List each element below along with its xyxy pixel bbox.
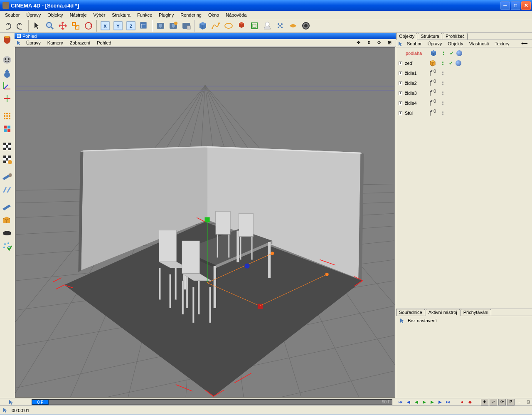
menu-upravy[interactable]: Úpravy xyxy=(23,12,44,18)
expand-icon[interactable]: + xyxy=(399,101,402,105)
tab-aktivni-nastroj[interactable]: Aktivní nástroj xyxy=(426,309,460,316)
model-tool[interactable] xyxy=(1,67,13,79)
timeline-marker[interactable]: 0 F xyxy=(32,400,49,405)
light-button[interactable] xyxy=(287,20,299,32)
edge-tool[interactable] xyxy=(1,123,13,135)
extrude-tool[interactable] xyxy=(1,201,13,213)
expand-icon[interactable]: + xyxy=(399,91,402,95)
expand-icon[interactable]: + xyxy=(399,62,402,65)
tag-sphere-icon[interactable] xyxy=(456,50,462,56)
bevel-tool[interactable] xyxy=(1,214,13,226)
tab-prichytavani[interactable]: Přichytávání xyxy=(461,309,492,316)
face-tool[interactable] xyxy=(1,54,13,66)
vp-pan-icon[interactable]: ✥ xyxy=(354,40,363,46)
obj-menu-objekty[interactable]: Objekty xyxy=(445,41,466,47)
menu-nastroje[interactable]: Nástroje xyxy=(66,12,90,18)
select-tool[interactable] xyxy=(31,20,43,32)
redo-button[interactable] xyxy=(15,20,26,32)
render-view-button[interactable] xyxy=(155,20,166,32)
play-back-button[interactable]: ▶ xyxy=(421,399,428,405)
obj-menu-vlastnosti[interactable]: Vlastnosti xyxy=(467,41,492,47)
object-axis-tool[interactable] xyxy=(1,92,13,105)
menu-napoveda[interactable]: Nápověda xyxy=(222,12,250,18)
apply-tool[interactable] xyxy=(1,240,13,252)
knife-tool[interactable] xyxy=(1,170,13,183)
obj-menu-textury[interactable]: Textury xyxy=(492,41,512,47)
goto-end-button[interactable]: ⏭ xyxy=(445,399,451,405)
vp-menu-upravy[interactable]: Úpravy xyxy=(24,40,43,46)
menu-vyber[interactable]: Výběr xyxy=(90,12,109,18)
camera-button[interactable] xyxy=(300,20,312,32)
render-picture-button[interactable] xyxy=(167,20,179,32)
deformer-button[interactable] xyxy=(249,20,260,32)
visibility-dots[interactable] xyxy=(439,91,446,95)
undo-button[interactable] xyxy=(2,20,13,32)
vp-zoom-icon[interactable]: ⇕ xyxy=(365,40,373,46)
next-key-button[interactable]: ▶ xyxy=(437,399,443,405)
tree-row[interactable]: +židle20 xyxy=(397,78,531,88)
visibility-dots[interactable] xyxy=(439,111,446,115)
axis-tool[interactable] xyxy=(1,79,13,92)
expand-icon[interactable]: + xyxy=(399,82,402,85)
key-scale-button[interactable]: ⤢ xyxy=(490,399,497,405)
visibility-dots[interactable] xyxy=(439,72,446,75)
y-axis-button[interactable]: Y xyxy=(112,20,124,32)
check-icon[interactable]: ✓ xyxy=(450,50,454,56)
check-icon[interactable]: ✓ xyxy=(449,60,453,66)
tree-row[interactable]: podlaha✓ xyxy=(397,48,531,58)
obj-menu-soubor[interactable]: Soubor xyxy=(404,41,424,47)
expand-icon[interactable]: + xyxy=(399,111,402,115)
tree-row[interactable]: +židle10 xyxy=(397,68,531,78)
panel-help-icon[interactable]: ⟵ xyxy=(519,40,530,47)
record-button[interactable]: ● xyxy=(459,399,466,405)
scene-button[interactable] xyxy=(261,20,273,32)
texture-tool[interactable] xyxy=(1,140,13,153)
stop-button[interactable]: ▶ xyxy=(429,399,436,405)
visibility-dots[interactable] xyxy=(439,101,446,105)
bridge-tool[interactable] xyxy=(1,183,13,196)
uvw-tool[interactable] xyxy=(1,153,13,166)
menu-objekty[interactable]: Objekty xyxy=(44,12,66,18)
tag-sphere-icon[interactable] xyxy=(456,60,461,66)
smooth-tool[interactable] xyxy=(1,227,13,239)
material-tool[interactable] xyxy=(1,34,13,46)
tab-objekty[interactable]: Objekty xyxy=(396,33,417,40)
prev-key-button[interactable]: ◀ xyxy=(413,399,420,405)
object-tree[interactable]: podlaha✓+zeď✓+židle10+židle20+židle30+ži… xyxy=(396,47,532,309)
key-selection-button[interactable]: ⊡ xyxy=(525,399,532,405)
tab-prohlizec[interactable]: Prohlížeč xyxy=(443,33,468,40)
scale-tool[interactable] xyxy=(70,20,81,32)
visibility-dots[interactable] xyxy=(439,82,446,85)
menu-soubor[interactable]: Soubor xyxy=(2,12,23,18)
menu-rendering[interactable]: Rendering xyxy=(177,12,205,18)
primitive-button[interactable] xyxy=(197,20,209,32)
obj-menu-upravy[interactable]: Úpravy xyxy=(425,41,444,47)
tree-row[interactable]: +židle40 xyxy=(397,98,531,108)
tree-row[interactable]: +zeď✓ xyxy=(397,58,531,68)
menu-struktura[interactable]: Struktura xyxy=(108,12,134,18)
menu-okno[interactable]: Okno xyxy=(205,12,222,18)
timeline-track[interactable]: 0 F 90 F xyxy=(32,399,392,405)
key-param-button[interactable]: P xyxy=(507,399,515,405)
vp-layout-icon[interactable]: ⊞ xyxy=(385,40,394,46)
close-button[interactable]: ✕ xyxy=(521,1,531,10)
tree-row[interactable]: +židle30 xyxy=(397,88,531,98)
array-button[interactable] xyxy=(236,20,247,32)
tab-struktura[interactable]: Struktura xyxy=(418,33,442,40)
vp-menu-zobrazeni[interactable]: Zobrazení xyxy=(67,40,93,46)
maximize-button[interactable]: □ xyxy=(511,1,520,10)
vp-menu-pohled[interactable]: Pohled xyxy=(94,40,113,46)
coord-system-button[interactable] xyxy=(138,20,150,32)
menu-pluginy[interactable]: Pluginy xyxy=(155,12,177,18)
nurbs-button[interactable] xyxy=(223,20,234,32)
x-axis-button[interactable]: X xyxy=(99,20,111,32)
prev-frame-button[interactable]: ◀ xyxy=(405,399,412,405)
vp-rotate-icon[interactable]: ⟳ xyxy=(375,40,384,46)
rotate-tool[interactable] xyxy=(83,20,94,32)
render-settings-button[interactable] xyxy=(180,20,192,32)
key-rot-button[interactable]: ⟳ xyxy=(498,399,506,405)
menu-funkce[interactable]: Funkce xyxy=(134,12,155,18)
visibility-dots[interactable] xyxy=(440,52,447,55)
minimize-button[interactable]: ─ xyxy=(500,1,510,10)
key-options-button[interactable]: ⋯ xyxy=(516,399,523,405)
